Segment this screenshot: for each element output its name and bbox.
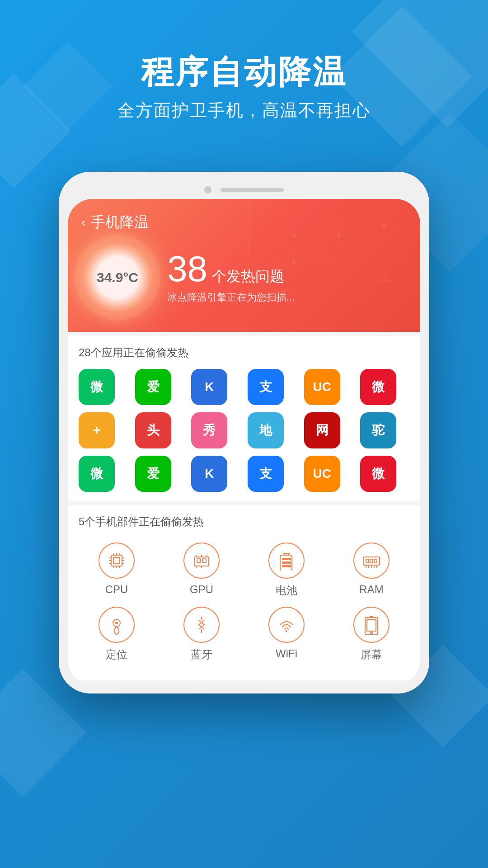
app-icon[interactable]: K (191, 456, 227, 492)
main-title: 程序自动降温 (0, 54, 488, 90)
app-icon[interactable]: 爱 (135, 456, 171, 492)
app-icon[interactable]: 爱 (135, 369, 171, 405)
component-item[interactable]: WiFi (249, 607, 324, 662)
page-header: 程序自动降温 全方面护卫手机，高温不再担心 (0, 0, 488, 122)
app-icon[interactable]: 微 (360, 369, 396, 405)
svg-rect-15 (280, 206, 286, 211)
component-item[interactable]: RAM (333, 542, 409, 598)
component-icon (353, 542, 389, 579)
app-icon[interactable]: UC (304, 456, 340, 492)
phone-camera (204, 186, 211, 193)
app-icon[interactable]: 网 (304, 412, 340, 448)
component-icon (99, 607, 135, 643)
app-icon[interactable]: 驼 (360, 412, 396, 448)
app-icon[interactable]: 地 (248, 412, 284, 448)
app-icon[interactable]: K (191, 369, 227, 405)
phone-screen: ‹ 手机降温 34.9°C 38 个发热问题 冰点降温引擎正在为您扫描. (68, 199, 420, 684)
components-section: 5个手机部件正在偷偷发热 CPU GPU 电池 RAM (68, 505, 420, 680)
svg-rect-44 (282, 558, 291, 560)
app-icon[interactable]: 秀 (191, 412, 227, 448)
component-icon (268, 542, 305, 579)
component-icon (99, 542, 135, 579)
component-label: CPU (105, 583, 128, 596)
app-icon[interactable]: 微 (79, 369, 115, 405)
nav-bar: ‹ 手机降温 (81, 212, 407, 232)
svg-rect-45 (282, 561, 291, 564)
svg-rect-48 (366, 559, 369, 563)
svg-rect-49 (370, 559, 373, 563)
component-label: 蓝牙 (191, 647, 212, 662)
svg-point-57 (115, 622, 118, 624)
app-icon[interactable]: UC (304, 369, 340, 405)
component-label: 电池 (276, 583, 297, 598)
phone-top-bar (68, 181, 420, 199)
phone-frame: ‹ 手机降温 34.9°C 38 个发热问题 冰点降温引擎正在为您扫描. (59, 172, 429, 693)
issues-desc: 冰点降温引擎正在为您扫描... (167, 291, 407, 304)
svg-rect-46 (282, 565, 291, 567)
app-icon[interactable]: 支 (248, 456, 284, 492)
component-label: RAM (359, 583, 383, 596)
svg-rect-18 (111, 555, 122, 566)
component-item[interactable]: CPU (79, 542, 155, 598)
apps-section-title: 28个应用正在偷偷发热 (79, 345, 409, 360)
components-section-title: 5个手机部件正在偷偷发热 (79, 514, 409, 529)
component-icon (183, 542, 220, 579)
svg-point-4 (292, 233, 296, 237)
back-arrow[interactable]: ‹ (81, 215, 85, 230)
component-item[interactable]: 屏幕 (333, 607, 409, 662)
svg-point-65 (371, 632, 372, 634)
app-icon[interactable]: 支 (248, 369, 284, 405)
component-item[interactable]: 定位 (79, 607, 155, 662)
issues-label: 个发热问题 (212, 267, 284, 287)
component-icon (353, 607, 389, 643)
app-icon[interactable]: 微 (360, 456, 396, 492)
temperature-circle: 34.9°C (81, 241, 154, 314)
svg-rect-50 (374, 559, 377, 563)
main-subtitle: 全方面护卫手机，高温不再担心 (0, 99, 488, 122)
svg-rect-19 (113, 557, 120, 564)
issues-area: 38 个发热问题 冰点降温引擎正在为您扫描... (167, 251, 407, 304)
components-grid-row2: 定位 蓝牙 WiFi 屏幕 (79, 602, 409, 671)
component-label: GPU (190, 583, 213, 596)
svg-rect-33 (197, 559, 201, 562)
app-icon[interactable]: + (79, 412, 115, 448)
component-label: WiFi (276, 647, 297, 660)
svg-point-60 (286, 630, 287, 632)
svg-rect-66 (367, 619, 376, 631)
component-item[interactable]: 电池 (249, 542, 324, 598)
app-header-body: 34.9°C 38 个发热问题 冰点降温引擎正在为您扫描... (81, 241, 407, 314)
svg-rect-32 (194, 557, 209, 566)
component-item[interactable]: 蓝牙 (164, 607, 239, 662)
app-header: ‹ 手机降温 34.9°C 38 个发热问题 冰点降温引擎正在为您扫描. (68, 199, 420, 332)
app-content: ‹ 手机降温 34.9°C 38 个发热问题 冰点降温引擎正在为您扫描. (68, 199, 420, 680)
components-grid: CPU GPU 电池 RAM (79, 538, 409, 602)
phone-speaker (221, 188, 284, 192)
app-icon[interactable]: 头 (135, 412, 171, 448)
app-icon[interactable]: 微 (79, 456, 115, 492)
phone-mockup: ‹ 手机降温 34.9°C 38 个发热问题 冰点降温引擎正在为您扫描. (59, 172, 429, 693)
component-item[interactable]: GPU (164, 542, 239, 598)
temperature-value: 34.9°C (97, 270, 138, 285)
component-icon (183, 607, 220, 643)
svg-point-5 (337, 233, 341, 237)
component-icon (268, 607, 305, 643)
component-label: 定位 (106, 647, 127, 662)
issues-count: 38 (167, 251, 207, 287)
apps-grid: 微爱K支UC微+头秀地网驼微爱K支UC微 (79, 369, 409, 492)
svg-rect-34 (202, 559, 206, 562)
app-nav-title: 手机降温 (91, 212, 149, 232)
apps-section: 28个应用正在偷偷发热 微爱K支UC微+头秀地网驼微爱K支UC微 (68, 336, 420, 501)
component-label: 屏幕 (361, 647, 382, 662)
